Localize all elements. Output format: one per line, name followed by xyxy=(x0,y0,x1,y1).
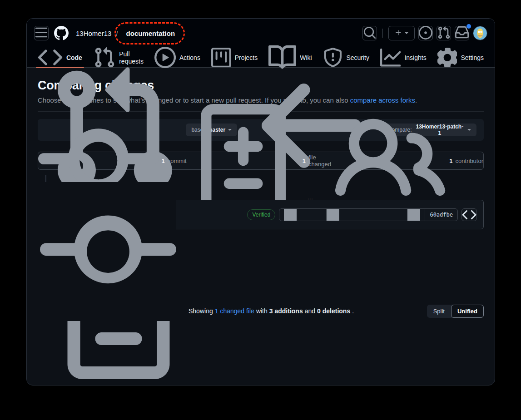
user-avatar[interactable] xyxy=(473,26,487,40)
summary-period: . xyxy=(352,307,354,315)
stat-label: commit xyxy=(168,158,187,164)
gear-icon xyxy=(437,48,457,68)
main-content: Comparing changes Choose two branches to… xyxy=(27,68,495,385)
stat-count: 1 xyxy=(303,158,306,164)
subtitle-period: . xyxy=(415,96,417,104)
breadcrumb-repo-link[interactable]: documentation xyxy=(126,30,175,37)
stat-file-changed[interactable]: 1file changed xyxy=(187,152,335,169)
diff-view-toggle: Split Unified xyxy=(427,305,484,318)
commit-sha-group: 60adfbe xyxy=(279,208,458,221)
hamburger-menu-button[interactable] xyxy=(34,26,49,40)
caret-down-icon xyxy=(405,32,408,34)
tab-label: Settings xyxy=(461,54,484,61)
stat-contributor[interactable]: 1contributor xyxy=(335,152,483,169)
tab-label: Actions xyxy=(179,54,200,61)
changed-file-link[interactable]: 1 changed file xyxy=(215,307,254,315)
copy-icon xyxy=(284,208,420,221)
header-actions xyxy=(362,26,487,41)
copy-sha-button[interactable] xyxy=(279,209,425,221)
stat-label: file changed xyxy=(308,154,335,168)
browse-code-button[interactable] xyxy=(461,208,477,221)
git-commit-icon xyxy=(40,182,176,321)
comparison-stats-bar: 1commit1file changed1contributor xyxy=(38,152,484,170)
search-icon xyxy=(363,26,377,41)
tab-label: Code xyxy=(66,54,82,61)
plus-icon xyxy=(395,29,402,38)
header-divider xyxy=(382,29,383,38)
hamburger-icon xyxy=(35,26,48,41)
commit-actions: Verified 60adfbe xyxy=(247,208,477,221)
summary-and: and xyxy=(305,307,315,315)
caret-down-icon xyxy=(467,129,471,131)
commit-sha-link[interactable]: 60adfbe xyxy=(425,209,457,221)
search-button[interactable] xyxy=(362,26,377,40)
summary-additions: 3 additions xyxy=(269,307,303,315)
breadcrumb-separator: / xyxy=(116,30,118,37)
breadcrumb: 13Homer13 / documentation xyxy=(76,29,177,38)
graph-icon xyxy=(380,47,401,68)
unified-view-button[interactable]: Unified xyxy=(451,305,484,318)
tab-insights[interactable]: Insights xyxy=(375,48,432,67)
commits-heading: Commits on Aug 8, 2023 xyxy=(38,182,484,193)
stat-commit[interactable]: 1commit xyxy=(38,152,187,169)
issue-opened-icon xyxy=(419,26,432,41)
summary-deletions: 0 deletions xyxy=(317,307,350,315)
summary-with: with xyxy=(256,307,268,315)
code-icon xyxy=(462,208,476,222)
breadcrumb-owner-link[interactable]: 13Homer13 xyxy=(76,30,111,37)
global-header: 13Homer13 / documentation xyxy=(27,19,495,48)
split-view-button[interactable]: Split xyxy=(427,305,451,318)
git-pull-request-icon xyxy=(437,26,451,41)
desktop-background: 13Homer13 / documentation xyxy=(0,0,521,420)
tab-label: Insights xyxy=(404,54,426,61)
verified-badge[interactable]: Verified xyxy=(247,209,275,220)
commits-section: Commits on Aug 8, 2023 Update documentat… xyxy=(38,182,484,229)
github-logo[interactable] xyxy=(54,26,69,40)
stat-count: 1 xyxy=(162,158,165,164)
issues-button[interactable] xyxy=(418,26,433,40)
create-new-button[interactable] xyxy=(388,26,415,40)
browser-window: 13Homer13 / documentation xyxy=(26,18,495,385)
stat-count: 1 xyxy=(449,158,452,164)
stat-label: contributor xyxy=(456,158,483,164)
pull-requests-button[interactable] xyxy=(437,26,451,40)
tab-settings[interactable]: Settings xyxy=(432,48,489,67)
summary-showing: Showing xyxy=(189,307,213,315)
project-icon xyxy=(211,48,231,68)
unread-notification-dot xyxy=(466,24,471,29)
